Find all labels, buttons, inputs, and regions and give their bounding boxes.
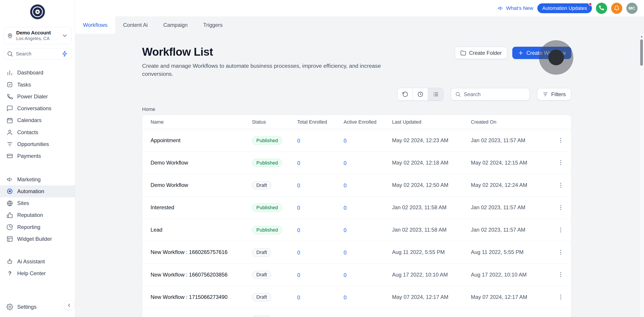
total-enrolled-link[interactable]: 0 bbox=[297, 160, 300, 166]
row-actions-button[interactable] bbox=[555, 314, 566, 317]
sidebar-item-payments[interactable]: Payments bbox=[0, 150, 75, 162]
sidebar-item-automation[interactable]: Automation bbox=[0, 185, 75, 197]
recent-view-button[interactable] bbox=[413, 88, 428, 100]
created-on-cell: Aug 17 2022, 10:10 AM bbox=[471, 272, 555, 278]
sidebar-item-tasks[interactable]: Tasks bbox=[0, 79, 75, 90]
total-enrolled-link[interactable]: 0 bbox=[297, 182, 300, 188]
active-enrolled-link[interactable]: 0 bbox=[344, 160, 346, 166]
table-row: New Workflow : 1660265757616 Draft 0 0 A… bbox=[142, 241, 571, 264]
sidebar-item-widget-builder[interactable]: Widget Builder bbox=[0, 233, 75, 245]
history-view-button[interactable] bbox=[398, 88, 413, 100]
sidebar-collapse-button[interactable] bbox=[64, 300, 74, 310]
table-row: New Workflow : 1660756203856 Draft 0 0 A… bbox=[142, 264, 571, 286]
credit-card-icon bbox=[6, 153, 13, 159]
active-enrolled-link[interactable]: 0 bbox=[344, 138, 346, 144]
total-enrolled-link[interactable]: 0 bbox=[297, 272, 300, 278]
tab-campaign[interactable]: Campaign bbox=[156, 16, 196, 34]
active-enrolled-link[interactable]: 0 bbox=[344, 272, 346, 278]
user-avatar[interactable]: MC bbox=[626, 3, 638, 14]
sidebar-item-marketing[interactable]: Marketing bbox=[0, 174, 75, 185]
list-view-button[interactable] bbox=[428, 88, 443, 100]
created-on-cell: May 02 2024, 12:15 AM bbox=[471, 160, 555, 166]
view-toggle-group bbox=[397, 88, 444, 100]
sidebar-item-reputation[interactable]: Reputation bbox=[0, 209, 75, 221]
sidebar-item-contacts[interactable]: Contacts bbox=[0, 126, 75, 138]
workflow-name[interactable]: New Workflow : 1660756203856 bbox=[150, 272, 252, 278]
sidebar-item-calendars[interactable]: Calendars bbox=[0, 114, 75, 126]
last-updated-cell: Jan 02 2023, 11:58 AM bbox=[392, 227, 471, 233]
sidebar-item-opportunities[interactable]: Opportunities bbox=[0, 138, 75, 150]
status-badge: Published bbox=[252, 159, 282, 167]
total-enrolled-link[interactable]: 0 bbox=[297, 205, 300, 211]
last-updated-cell: Jan 02 2023, 11:58 AM bbox=[392, 204, 471, 210]
tab-content-ai[interactable]: Content Ai bbox=[115, 16, 156, 34]
sidebar-item-power-dialer[interactable]: Power Dialer bbox=[0, 90, 75, 102]
whats-new-link[interactable]: What's New bbox=[498, 5, 533, 11]
active-enrolled-link[interactable]: 0 bbox=[344, 250, 346, 256]
workflow-name[interactable]: New Workflow : 1660265757616 bbox=[150, 249, 252, 255]
automation-updates-badge[interactable]: Automation Updates bbox=[537, 3, 592, 13]
company-logo bbox=[30, 4, 46, 21]
clock-icon bbox=[417, 91, 424, 98]
row-actions-button[interactable] bbox=[555, 202, 566, 213]
sidebar-item-dashboard[interactable]: Dashboard bbox=[0, 67, 75, 79]
filters-button[interactable]: Filters bbox=[537, 88, 571, 100]
help-icon: ? bbox=[6, 270, 13, 276]
workflow-name[interactable]: New Workflow : 1715194519317 bbox=[150, 316, 252, 317]
scrollbar-thumb[interactable] bbox=[640, 39, 643, 66]
active-enrolled-link[interactable]: 0 bbox=[344, 227, 346, 233]
table-row: New Workflow : 1715194519317 Draft 0 0 M… bbox=[142, 308, 571, 317]
sidebar-item-sites[interactable]: Sites bbox=[0, 198, 75, 209]
create-workflow-button[interactable]: Create Workflow bbox=[512, 47, 571, 59]
row-actions-button[interactable] bbox=[555, 224, 566, 236]
sidebar-item-help-center[interactable]: ? Help Center bbox=[0, 268, 75, 280]
row-actions-button[interactable] bbox=[555, 269, 566, 280]
vertical-scrollbar[interactable]: ▲ bbox=[639, 34, 644, 317]
created-on-cell: Aug 11 2022, 5:55 PM bbox=[471, 249, 555, 255]
notification-dot bbox=[588, 2, 592, 6]
phone-dialer-icon bbox=[6, 93, 13, 100]
row-actions-button[interactable] bbox=[555, 157, 566, 168]
create-folder-button[interactable]: Create Folder bbox=[455, 47, 507, 59]
sidebar-item-settings[interactable]: Settings bbox=[0, 301, 75, 313]
last-updated-cell: Aug 17 2022, 10:10 AM bbox=[392, 272, 471, 278]
breadcrumb[interactable]: Home bbox=[142, 106, 571, 112]
row-actions-button[interactable] bbox=[555, 291, 566, 303]
megaphone-icon bbox=[6, 176, 13, 183]
total-enrolled-link[interactable]: 0 bbox=[297, 250, 300, 256]
total-enrolled-link[interactable]: 0 bbox=[297, 138, 300, 144]
phone-button[interactable] bbox=[596, 3, 607, 14]
active-enrolled-link[interactable]: 0 bbox=[344, 205, 346, 211]
total-enrolled-link[interactable]: 0 bbox=[297, 294, 300, 300]
history-icon bbox=[402, 91, 408, 98]
table-row: New Workflow : 1715066273490 Draft 0 0 M… bbox=[142, 286, 571, 308]
workflow-search-input[interactable] bbox=[464, 91, 525, 98]
tasks-icon bbox=[6, 81, 13, 88]
scroll-up-arrow[interactable]: ▲ bbox=[639, 34, 644, 39]
active-enrolled-link[interactable]: 0 bbox=[344, 182, 346, 188]
row-actions-button[interactable] bbox=[555, 179, 566, 191]
workflow-name[interactable]: Interested bbox=[150, 204, 252, 210]
notifications-button[interactable] bbox=[611, 3, 622, 14]
kebab-menu-icon bbox=[558, 204, 564, 211]
active-enrolled-link[interactable]: 0 bbox=[344, 294, 346, 300]
workflow-name[interactable]: Demo Workflow bbox=[150, 160, 252, 166]
workflow-name[interactable]: Lead bbox=[150, 227, 252, 233]
account-switcher[interactable]: Demo Account Los Angeles, CA bbox=[3, 27, 72, 44]
row-actions-button[interactable] bbox=[555, 246, 566, 258]
sidebar-item-conversations[interactable]: Conversations bbox=[0, 102, 75, 114]
workflow-name[interactable]: Demo Workflow bbox=[150, 182, 252, 188]
total-enrolled-link[interactable]: 0 bbox=[297, 227, 300, 233]
sidebar-item-ai-assistant[interactable]: Ai Assistant bbox=[0, 256, 75, 267]
column-header-created-on: Created On bbox=[471, 119, 555, 125]
tab-workflows[interactable]: Workflows bbox=[75, 16, 115, 34]
workflow-name[interactable]: Appointment bbox=[150, 137, 252, 144]
tab-triggers[interactable]: Triggers bbox=[196, 16, 230, 34]
row-actions-button[interactable] bbox=[555, 134, 566, 146]
last-updated-cell: May 08 2024, 11:55 AM bbox=[392, 316, 471, 317]
workflow-name[interactable]: New Workflow : 1715066273490 bbox=[150, 294, 252, 300]
sidebar-item-label: Dashboard bbox=[17, 70, 44, 76]
sidebar-item-reporting[interactable]: Reporting bbox=[0, 221, 75, 233]
table-header: Name Status Total Enrolled Active Enroll… bbox=[142, 115, 571, 129]
sidebar-search-input[interactable] bbox=[16, 51, 59, 57]
